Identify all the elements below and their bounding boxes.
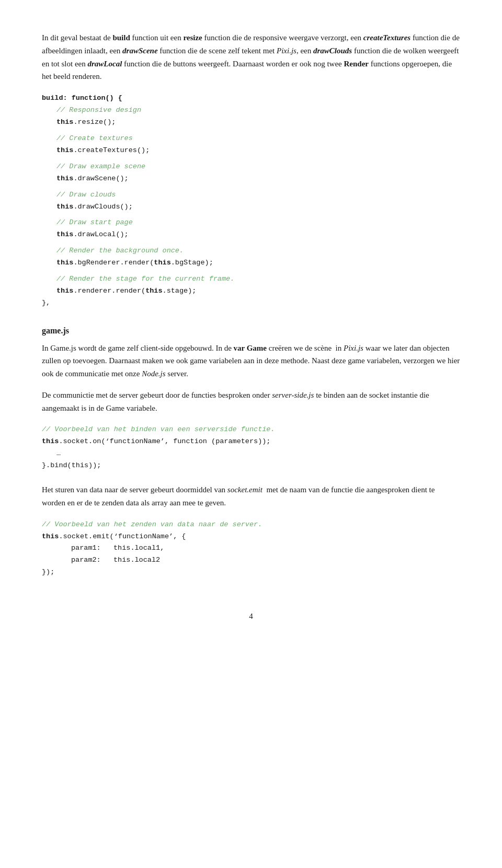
code-line-comment-render-stage: // Render the stage for the current fram… bbox=[42, 273, 460, 285]
code-line-param2: param2: this.local2 bbox=[42, 554, 460, 566]
code-line-comment-render-bg: // Render the background once. bbox=[42, 245, 460, 257]
intro-paragraph: In dit geval bestaat de build function u… bbox=[42, 31, 460, 83]
code-line-socket-on: this.socket.on(‘functionName’, function … bbox=[42, 436, 460, 448]
code-line-comment-textures: // Create textures bbox=[42, 133, 460, 145]
code-line-draw-clouds: this.drawClouds(); bbox=[42, 201, 460, 213]
code-line-closing-brace: }, bbox=[42, 297, 460, 309]
code-line-socket-emit: this.socket.emit(‘functionName’, { bbox=[42, 531, 460, 543]
code-line-render-bg: this.bgRenderer.render(this.bgStage); bbox=[42, 257, 460, 269]
code-line-comment-draw-clouds: // Draw clouds bbox=[42, 189, 460, 201]
code-line-draw-local: this.drawLocal(); bbox=[42, 229, 460, 241]
socket-emit-code: // Voorbeeld van het zenden van data naa… bbox=[42, 519, 460, 579]
code-line-comment-socket-bind: // Voorbeeld van het binden van een serv… bbox=[42, 424, 460, 436]
game-js-title: game.js bbox=[42, 324, 460, 338]
code-line-param1: param1: this.local1, bbox=[42, 542, 460, 554]
code-line-comment-draw-local: // Draw start page bbox=[42, 217, 460, 229]
code-line-bind-this: }.bind(this)); bbox=[42, 460, 460, 472]
communication-paragraph: De communictie met de server gebeurt doo… bbox=[42, 389, 460, 415]
code-line-comment-draw-scene: // Draw example scene bbox=[42, 161, 460, 173]
code-line-ellipsis: … bbox=[42, 448, 460, 460]
code-line-create-textures: this.createTextures(); bbox=[42, 145, 460, 157]
page-number: 4 bbox=[42, 610, 460, 622]
code-line-resize: this.resize(); bbox=[42, 117, 460, 129]
code-line-emit-closing: }); bbox=[42, 566, 460, 578]
socket-bind-code: // Voorbeeld van het binden van een serv… bbox=[42, 424, 460, 472]
code-line-render-stage: this.renderer.render(this.stage); bbox=[42, 285, 460, 297]
build-function-code: build: function() { // Responsive design… bbox=[42, 92, 460, 309]
code-line-comment-socket-emit: // Voorbeeld van het zenden van data naa… bbox=[42, 519, 460, 531]
page-content: In dit geval bestaat de build function u… bbox=[42, 31, 460, 578]
socket-emit-paragraph: Het sturen van data naar de server gebeu… bbox=[42, 483, 460, 510]
code-line-comment-responsive: // Responsive design bbox=[42, 105, 460, 117]
code-line-draw-scene: this.drawScene(); bbox=[42, 173, 460, 185]
code-line-build-start: build: function() { bbox=[42, 92, 460, 105]
game-js-paragraph: In Game.js wordt de game zelf client-sid… bbox=[42, 342, 460, 380]
